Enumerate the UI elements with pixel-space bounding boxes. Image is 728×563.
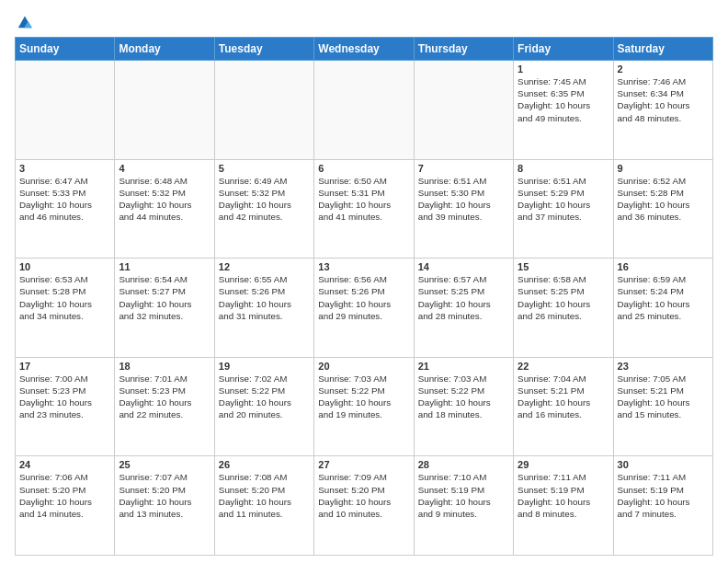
day-number: 22 — [518, 361, 609, 372]
day-number: 2 — [618, 63, 709, 75]
calendar-cell: 14Sunrise: 6:57 AM Sunset: 5:25 PM Dayli… — [414, 259, 513, 358]
weekday-header-saturday: Saturday — [613, 38, 712, 61]
weekday-header-monday: Monday — [115, 38, 214, 61]
day-number: 14 — [418, 261, 509, 272]
logo — [15, 15, 33, 29]
header — [15, 11, 713, 29]
calendar-cell: 13Sunrise: 6:56 AM Sunset: 5:26 PM Dayli… — [314, 259, 414, 358]
day-info: Sunrise: 7:11 AM Sunset: 5:19 PM Dayligh… — [518, 471, 609, 520]
calendar-cell — [115, 61, 214, 160]
day-info: Sunrise: 7:01 AM Sunset: 5:23 PM Dayligh… — [119, 373, 210, 421]
day-info: Sunrise: 7:00 AM Sunset: 5:23 PM Dayligh… — [19, 373, 110, 421]
day-info: Sunrise: 6:47 AM Sunset: 5:33 PM Dayligh… — [19, 175, 110, 224]
calendar-cell: 15Sunrise: 6:58 AM Sunset: 5:25 PM Dayli… — [514, 259, 613, 358]
calendar-cell: 23Sunrise: 7:05 AM Sunset: 5:21 PM Dayli… — [613, 357, 712, 456]
calendar-cell: 11Sunrise: 6:54 AM Sunset: 5:27 PM Dayli… — [115, 259, 214, 358]
weekday-header-row: SundayMondayTuesdayWednesdayThursdayFrid… — [16, 38, 713, 61]
day-number: 9 — [618, 163, 709, 174]
calendar-table: SundayMondayTuesdayWednesdayThursdayFrid… — [15, 37, 713, 556]
day-number: 8 — [518, 163, 609, 174]
calendar-cell: 6Sunrise: 6:50 AM Sunset: 5:31 PM Daylig… — [314, 159, 414, 259]
day-info: Sunrise: 6:53 AM Sunset: 5:28 PM Dayligh… — [19, 273, 110, 322]
day-info: Sunrise: 7:05 AM Sunset: 5:21 PM Dayligh… — [618, 373, 709, 421]
logo-icon — [17, 13, 33, 29]
calendar-cell: 18Sunrise: 7:01 AM Sunset: 5:23 PM Dayli… — [115, 357, 214, 456]
day-info: Sunrise: 7:08 AM Sunset: 5:20 PM Dayligh… — [219, 471, 310, 520]
day-number: 17 — [19, 361, 110, 372]
calendar-cell: 19Sunrise: 7:02 AM Sunset: 5:22 PM Dayli… — [214, 357, 313, 456]
calendar-cell: 17Sunrise: 7:00 AM Sunset: 5:23 PM Dayli… — [16, 357, 115, 456]
logo-text — [15, 15, 33, 29]
day-number: 27 — [318, 459, 409, 470]
day-number: 6 — [318, 163, 409, 174]
day-number: 16 — [618, 261, 709, 272]
calendar-cell: 20Sunrise: 7:03 AM Sunset: 5:22 PM Dayli… — [314, 357, 414, 456]
day-info: Sunrise: 7:06 AM Sunset: 5:20 PM Dayligh… — [19, 471, 110, 520]
calendar-cell: 12Sunrise: 6:55 AM Sunset: 5:26 PM Dayli… — [214, 259, 313, 358]
day-number: 18 — [119, 361, 210, 372]
weekday-header-sunday: Sunday — [16, 38, 115, 61]
day-info: Sunrise: 7:04 AM Sunset: 5:21 PM Dayligh… — [518, 373, 609, 421]
day-number: 11 — [119, 261, 210, 272]
day-info: Sunrise: 7:03 AM Sunset: 5:22 PM Dayligh… — [418, 373, 509, 421]
calendar-cell: 4Sunrise: 6:48 AM Sunset: 5:32 PM Daylig… — [115, 159, 214, 259]
day-info: Sunrise: 7:11 AM Sunset: 5:19 PM Dayligh… — [618, 471, 709, 520]
calendar-cell: 10Sunrise: 6:53 AM Sunset: 5:28 PM Dayli… — [16, 259, 115, 358]
calendar-cell: 7Sunrise: 6:51 AM Sunset: 5:30 PM Daylig… — [414, 159, 513, 259]
day-info: Sunrise: 7:46 AM Sunset: 6:34 PM Dayligh… — [618, 75, 709, 124]
day-info: Sunrise: 7:07 AM Sunset: 5:20 PM Dayligh… — [119, 471, 210, 520]
calendar-cell: 5Sunrise: 6:49 AM Sunset: 5:32 PM Daylig… — [214, 159, 313, 259]
day-info: Sunrise: 7:09 AM Sunset: 5:20 PM Dayligh… — [318, 471, 409, 520]
day-info: Sunrise: 6:50 AM Sunset: 5:31 PM Dayligh… — [318, 175, 409, 224]
day-number: 29 — [518, 459, 609, 470]
calendar-cell: 27Sunrise: 7:09 AM Sunset: 5:20 PM Dayli… — [314, 456, 414, 556]
calendar-week-4: 24Sunrise: 7:06 AM Sunset: 5:20 PM Dayli… — [16, 456, 713, 556]
calendar-cell: 25Sunrise: 7:07 AM Sunset: 5:20 PM Dayli… — [115, 456, 214, 556]
calendar-week-2: 10Sunrise: 6:53 AM Sunset: 5:28 PM Dayli… — [16, 259, 713, 358]
day-info: Sunrise: 6:56 AM Sunset: 5:26 PM Dayligh… — [318, 273, 409, 322]
page: SundayMondayTuesdayWednesdayThursdayFrid… — [0, 0, 728, 563]
weekday-header-wednesday: Wednesday — [314, 38, 414, 61]
calendar-cell: 22Sunrise: 7:04 AM Sunset: 5:21 PM Dayli… — [514, 357, 613, 456]
day-number: 25 — [119, 459, 210, 470]
calendar-cell: 26Sunrise: 7:08 AM Sunset: 5:20 PM Dayli… — [214, 456, 313, 556]
weekday-header-thursday: Thursday — [414, 38, 513, 61]
calendar-week-3: 17Sunrise: 7:00 AM Sunset: 5:23 PM Dayli… — [16, 357, 713, 456]
day-number: 12 — [219, 261, 310, 272]
day-info: Sunrise: 7:45 AM Sunset: 6:35 PM Dayligh… — [518, 75, 609, 124]
calendar-cell: 1Sunrise: 7:45 AM Sunset: 6:35 PM Daylig… — [514, 61, 613, 160]
calendar-cell: 16Sunrise: 6:59 AM Sunset: 5:24 PM Dayli… — [613, 259, 712, 358]
day-info: Sunrise: 6:57 AM Sunset: 5:25 PM Dayligh… — [418, 273, 509, 322]
day-number: 24 — [19, 459, 110, 470]
day-number: 1 — [518, 63, 609, 75]
calendar-cell: 3Sunrise: 6:47 AM Sunset: 5:33 PM Daylig… — [16, 159, 115, 259]
calendar-cell — [16, 61, 115, 160]
calendar-cell: 28Sunrise: 7:10 AM Sunset: 5:19 PM Dayli… — [414, 456, 513, 556]
day-info: Sunrise: 6:55 AM Sunset: 5:26 PM Dayligh… — [219, 273, 310, 322]
day-info: Sunrise: 6:49 AM Sunset: 5:32 PM Dayligh… — [219, 175, 310, 224]
day-info: Sunrise: 6:54 AM Sunset: 5:27 PM Dayligh… — [119, 273, 210, 322]
day-number: 7 — [418, 163, 509, 174]
calendar-cell: 21Sunrise: 7:03 AM Sunset: 5:22 PM Dayli… — [414, 357, 513, 456]
day-info: Sunrise: 7:10 AM Sunset: 5:19 PM Dayligh… — [418, 471, 509, 520]
day-number: 3 — [19, 163, 110, 174]
day-info: Sunrise: 6:52 AM Sunset: 5:28 PM Dayligh… — [618, 175, 709, 224]
calendar-cell — [214, 61, 313, 160]
calendar-week-0: 1Sunrise: 7:45 AM Sunset: 6:35 PM Daylig… — [16, 61, 713, 160]
day-number: 28 — [418, 459, 509, 470]
day-number: 15 — [518, 261, 609, 272]
day-number: 21 — [418, 361, 509, 372]
calendar-cell: 30Sunrise: 7:11 AM Sunset: 5:19 PM Dayli… — [613, 456, 712, 556]
day-info: Sunrise: 6:59 AM Sunset: 5:24 PM Dayligh… — [618, 273, 709, 322]
calendar-cell: 8Sunrise: 6:51 AM Sunset: 5:29 PM Daylig… — [514, 159, 613, 259]
weekday-header-tuesday: Tuesday — [214, 38, 313, 61]
day-info: Sunrise: 7:03 AM Sunset: 5:22 PM Dayligh… — [318, 373, 409, 421]
day-number: 20 — [318, 361, 409, 372]
day-number: 10 — [19, 261, 110, 272]
day-info: Sunrise: 6:51 AM Sunset: 5:30 PM Dayligh… — [418, 175, 509, 224]
day-number: 23 — [618, 361, 709, 372]
calendar-week-1: 3Sunrise: 6:47 AM Sunset: 5:33 PM Daylig… — [16, 159, 713, 259]
weekday-header-friday: Friday — [514, 38, 613, 61]
day-info: Sunrise: 6:48 AM Sunset: 5:32 PM Dayligh… — [119, 175, 210, 224]
calendar-cell — [314, 61, 414, 160]
